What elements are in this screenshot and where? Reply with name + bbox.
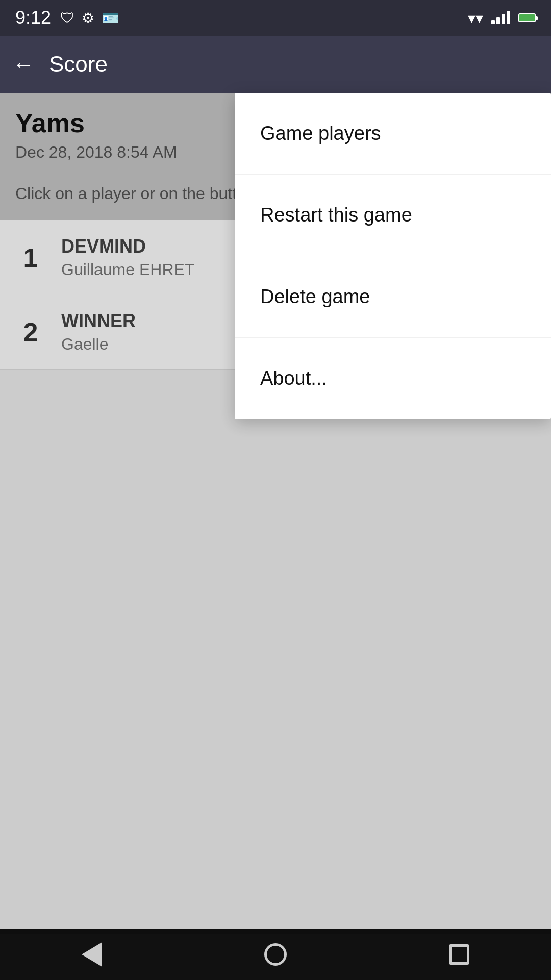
status-bar-right: ▾▾ xyxy=(468,9,536,27)
nav-home-icon xyxy=(264,943,287,966)
signal-bar-1 xyxy=(491,20,495,24)
menu-item-delete-game[interactable]: Delete game xyxy=(235,256,551,338)
shield-icon: 🛡 xyxy=(60,10,74,27)
nav-home-button[interactable] xyxy=(255,934,296,975)
menu-item-about[interactable]: About... xyxy=(235,338,551,419)
menu-item-game-players[interactable]: Game players xyxy=(235,93,551,175)
wifi-icon: ▾▾ xyxy=(468,9,483,27)
back-button[interactable]: ← xyxy=(12,53,35,76)
signal-bar-4 xyxy=(507,11,510,24)
battery-icon xyxy=(518,13,536,22)
signal-bar-3 xyxy=(502,14,505,24)
status-bar: 9:12 🛡 ⚙ 🪪 ▾▾ xyxy=(0,0,551,36)
nav-back-icon xyxy=(82,942,102,967)
card-icon: 🪪 xyxy=(102,10,119,27)
toolbar: ← Score xyxy=(0,36,551,93)
signal-bars xyxy=(491,11,510,24)
gear-icon: ⚙ xyxy=(82,10,94,27)
status-icons: 🛡 ⚙ 🪪 xyxy=(60,10,119,27)
status-bar-left: 9:12 🛡 ⚙ 🪪 xyxy=(15,7,119,29)
nav-recents-button[interactable] xyxy=(439,934,480,975)
nav-back-button[interactable] xyxy=(71,934,112,975)
dropdown-menu: Game players Restart this game Delete ga… xyxy=(235,93,551,419)
main-content: Yams Dec 28, 2018 8:54 AM Click on a pla… xyxy=(0,93,551,370)
nav-bar xyxy=(0,929,551,980)
menu-item-restart-game[interactable]: Restart this game xyxy=(235,175,551,256)
status-time: 9:12 xyxy=(15,7,51,29)
toolbar-title: Score xyxy=(49,52,108,77)
nav-recents-icon xyxy=(449,944,469,965)
signal-bar-2 xyxy=(496,17,500,24)
